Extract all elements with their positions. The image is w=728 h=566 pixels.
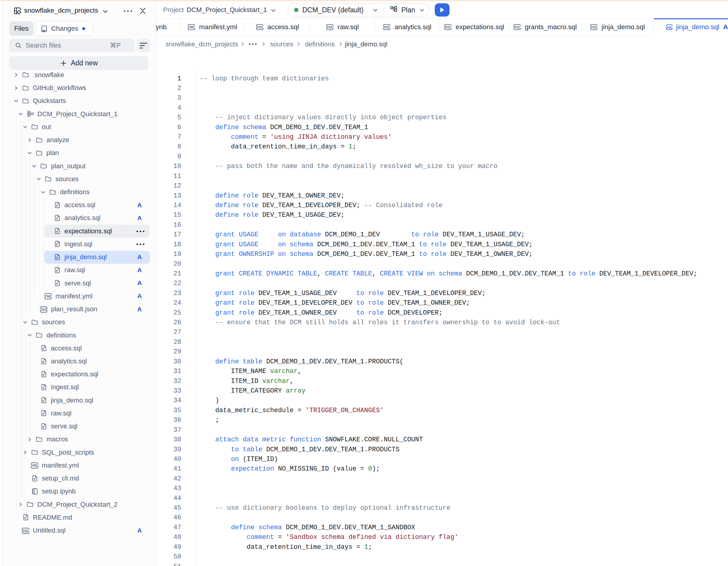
svg-text:SQL: SQL <box>590 25 597 29</box>
svg-text:SQL: SQL <box>22 529 29 533</box>
svg-text:SQL: SQL <box>327 25 334 29</box>
svg-text:SQL: SQL <box>444 25 451 29</box>
svg-text:JSO: JSO <box>40 308 47 311</box>
svg-text:SQL: SQL <box>666 25 672 29</box>
svg-text:SQL: SQL <box>514 25 521 29</box>
svg-text:YML: YML <box>31 464 38 468</box>
svg-text:SQL: SQL <box>383 25 390 29</box>
svg-text:YML: YML <box>45 295 52 298</box>
svg-text:SQL: SQL <box>256 25 263 29</box>
svg-text:YML: YML <box>188 25 195 29</box>
